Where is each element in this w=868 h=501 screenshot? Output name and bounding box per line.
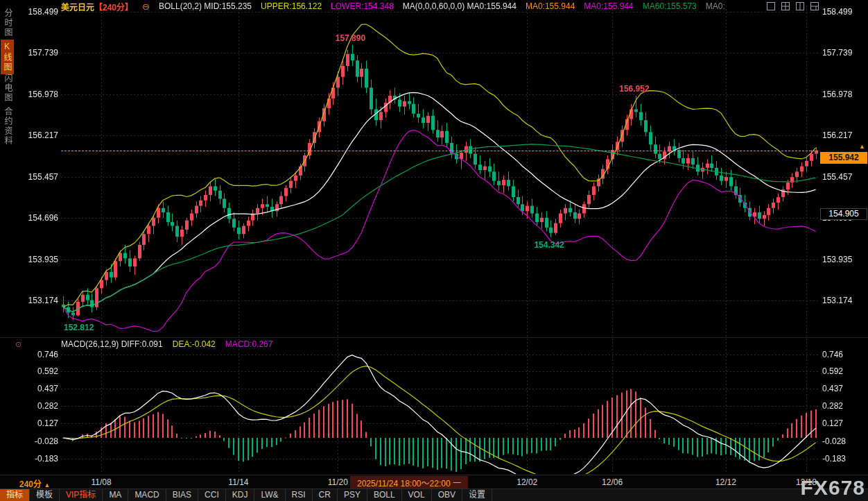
price-axis-tick-left: 156.217 — [24, 130, 58, 140]
layout-vertical-split-icon[interactable] — [796, 2, 804, 10]
price-annotation: 157.890 — [336, 33, 365, 43]
toolbar-tab-macd[interactable]: MACD — [128, 489, 166, 501]
ma0-orange-value: MA0:155.944 — [526, 1, 575, 11]
ma0-empty-value: MA0: — [706, 1, 725, 11]
macd-axis-tick-left: 0.746 — [24, 350, 58, 359]
macd-axis-tick-right: -0.028 — [822, 436, 865, 446]
price-axis-tick-left: 155.457 — [24, 172, 58, 182]
timeframe-selector[interactable]: 240分 ▲ — [19, 477, 50, 489]
price-axis-tick-left: 153.935 — [24, 255, 58, 264]
time-axis-label: 11/20 — [322, 477, 353, 487]
layout-horizontal-split-icon[interactable] — [810, 2, 819, 10]
time-axis-label: 12/02 — [512, 477, 542, 487]
price-axis-tick-left: 157.739 — [24, 48, 58, 58]
macd-axis-tick-right: -0.183 — [822, 454, 865, 464]
layout-grid-icon[interactable] — [781, 2, 790, 10]
macd-axis-tick-left: 0.592 — [24, 366, 58, 376]
price-axis-tick-right: 156.978 — [822, 90, 865, 99]
price-annotation: 152.812 — [64, 323, 94, 332]
macd-axis-tick-left: 0.282 — [24, 401, 58, 411]
ma-main-value: MA(0,0,0,60,0,0) MA0:155.944 — [403, 1, 517, 11]
collapse-icon[interactable]: ⊖ — [142, 1, 150, 12]
timeframe-selector-label: 240分 — [19, 479, 42, 489]
price-axis-tick-left: 154.696 — [24, 213, 58, 223]
window-layout-icons — [767, 2, 819, 10]
sidebar-item-time-chart[interactable]: 分时图 — [2, 8, 14, 37]
price-axis-tick-right: 157.739 — [822, 48, 865, 58]
time-axis-label: 11/14 — [223, 477, 254, 487]
current-price-badge: 155.942 — [820, 152, 867, 164]
macd-dea-value: DEA:-0.042 — [173, 339, 216, 349]
ma0-magenta-value: MA0:155.944 — [584, 1, 633, 11]
macd-axis-tick-right: 0.592 — [822, 366, 865, 376]
macd-axis-tick-left: 0.127 — [24, 418, 58, 428]
price-axis-tick-right: 155.457 — [822, 172, 865, 182]
indicator-toolbar: 指标模板VIP指标MAMACDBIASCCIKDJLW&RSICRPSYBOLL… — [0, 489, 868, 501]
macd-axis-tick-right: 0.437 — [822, 384, 865, 393]
time-axis-label: 12/12 — [711, 477, 741, 487]
price-axis-tick-right: 158.499 — [822, 7, 865, 17]
candlestick-chart-canvas[interactable] — [0, 0, 868, 501]
boll-upper-value: UPPER:156.122 — [261, 1, 322, 11]
chart-header: 美元日元 【240分】 ⊖ BOLL(20,2) MID:155.235 UPP… — [61, 0, 725, 12]
indicator-dot-icon[interactable]: ⊙ — [15, 340, 21, 349]
layout-single-icon[interactable] — [767, 2, 775, 10]
toolbar-tab-cci[interactable]: CCI — [198, 489, 226, 501]
price-axis-tick-left: 158.499 — [24, 7, 58, 17]
boll-lower-value: LOWER:154.348 — [331, 1, 394, 11]
price-axis-tick-right: 153.935 — [822, 255, 865, 264]
macd-axis-tick-right: 0.127 — [822, 418, 865, 428]
price-axis-tick-left: 156.978 — [24, 90, 58, 99]
ma60-value: MA60:155.573 — [643, 1, 697, 11]
toolbar-tab-psy[interactable]: PSY — [338, 489, 367, 501]
price-annotation: 154.342 — [534, 240, 564, 250]
sidebar-item-lightning-chart[interactable]: 闪电图 — [2, 74, 14, 103]
price-axis-tick-right: 153.174 — [822, 296, 865, 305]
toolbar-tab-template[interactable]: 模板 — [30, 489, 60, 501]
toolbar-tab-settings[interactable]: 设置 — [462, 489, 492, 501]
trading-chart-app: 美元日元 【240分】 ⊖ BOLL(20,2) MID:155.235 UPP… — [0, 0, 868, 501]
toolbar-tab-cr[interactable]: CR — [313, 489, 338, 501]
macd-axis-tick-left: -0.028 — [24, 436, 58, 446]
macd-axis-tick-right: 0.746 — [822, 350, 865, 359]
toolbar-tab-boll[interactable]: BOLL — [367, 489, 402, 501]
timeframe-caret-icon: ▲ — [44, 482, 50, 489]
time-axis-label: 12/06 — [597, 477, 627, 487]
current-price-line — [61, 151, 818, 151]
toolbar-tab-rsi[interactable]: RSI — [286, 489, 313, 501]
toolbar-tab-bias[interactable]: BIAS — [166, 489, 198, 501]
macd-value: MACD:0.267 — [225, 339, 273, 349]
toolbar-tab-lwr[interactable]: LW& — [254, 489, 285, 501]
price-axis-tick-left: 153.174 — [24, 296, 58, 305]
toolbar-tab-vip-indicator[interactable]: VIP指标 — [60, 489, 103, 501]
time-axis-label: 11/08 — [86, 477, 116, 487]
toolbar-tab-kdj[interactable]: KDJ — [226, 489, 255, 501]
symbol-title: 美元日元 — [61, 1, 94, 12]
timeframe-tag: 【240分】 — [94, 1, 133, 12]
panel-divider — [0, 337, 868, 338]
boll-mid-value: BOLL(20,2) MID:155.235 — [159, 1, 252, 11]
price-annotation: 156.952 — [619, 84, 649, 94]
watermark: FX678 — [801, 476, 865, 500]
selection-tooltip: 2025/11/24 18:00～22:00 一 — [350, 476, 468, 489]
sidebar-item-contract-info[interactable]: 合约资料 — [2, 107, 14, 146]
toolbar-tab-indicator[interactable]: 指标 — [0, 489, 30, 501]
toolbar-tab-obv[interactable]: OBV — [432, 489, 462, 501]
macd-axis-tick-left: -0.183 — [24, 454, 58, 464]
macd-axis-tick-right: 0.282 — [822, 401, 865, 411]
macd-header: MACD(26,12,9) DIFF:0.091 DEA:-0.042 MACD… — [61, 339, 272, 349]
price-axis-tick-right: 156.217 — [822, 130, 865, 140]
macd-axis-tick-left: 0.437 — [24, 384, 58, 393]
sidebar-item-kline-chart[interactable]: K线图 — [1, 40, 14, 74]
toolbar-tab-ma[interactable]: MA — [103, 489, 128, 501]
toolbar-tab-vol[interactable]: VOL — [402, 489, 432, 501]
price-up-arrow-icon: ▲ — [859, 143, 865, 150]
secondary-price-badge: 154.905 — [820, 208, 867, 220]
macd-diff-value: MACD(26,12,9) DIFF:0.091 — [61, 339, 163, 349]
